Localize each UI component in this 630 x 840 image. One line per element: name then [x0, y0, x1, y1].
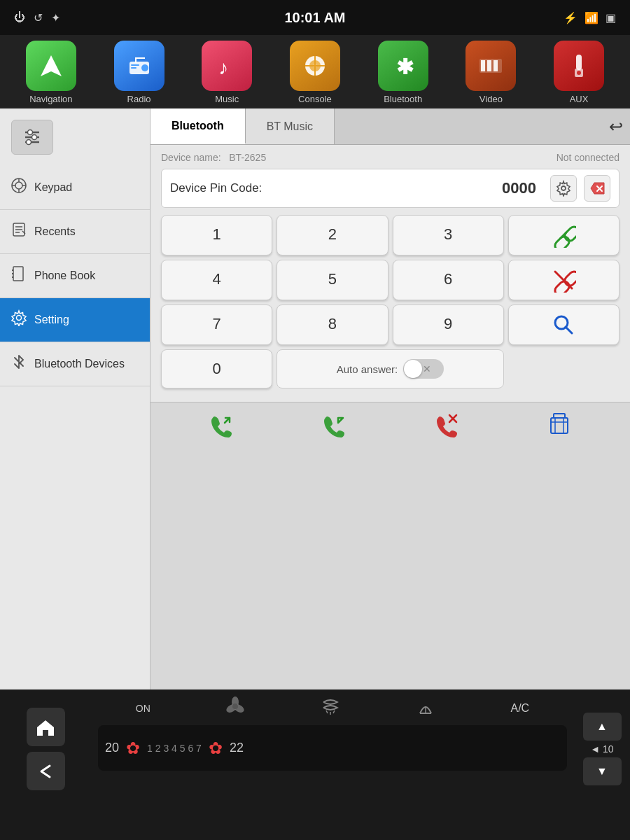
back-button[interactable]: ↩ — [609, 117, 623, 136]
content-area: Bluetooth BT Music ↩ Device name: BT-262… — [150, 108, 630, 690]
bottom-center: ON — [91, 690, 574, 808]
svg-rect-18 — [576, 55, 582, 70]
outgoing-call-button[interactable] — [204, 407, 239, 442]
tabs-bar: Bluetooth BT Music ↩ — [150, 108, 630, 145]
fan-left-icon: ✿ — [126, 738, 140, 758]
svg-point-24 — [28, 130, 33, 135]
empty-content-area — [150, 447, 630, 690]
auto-answer-label: Auto answer: — [337, 363, 398, 375]
volume-label: ◄ 10 — [590, 743, 613, 755]
defroster-icon — [321, 696, 340, 720]
bluetooth-devices-label: Bluetooth Devices — [34, 358, 125, 370]
pin-gear-button[interactable] — [550, 175, 577, 202]
screen-icon: ▣ — [606, 11, 616, 24]
device-name-label: Device name: BT-2625 — [161, 152, 266, 163]
delete-button[interactable] — [542, 407, 577, 442]
key-4[interactable]: 4 — [161, 260, 272, 300]
back-nav-button[interactable] — [27, 752, 65, 790]
app-video[interactable]: Video — [465, 41, 516, 108]
recents-label: Recents — [34, 225, 76, 238]
ac-label: A/C — [510, 702, 529, 715]
key-6[interactable]: 6 — [393, 260, 504, 300]
app-aux[interactable]: AUX — [554, 41, 604, 108]
svg-point-61 — [232, 704, 238, 709]
radio-label: Radio — [127, 94, 151, 104]
bottom-controls-top: ON — [98, 696, 567, 720]
sidebar-item-setting[interactable]: Setting — [0, 298, 150, 342]
auto-answer-row: Auto answer: ✕ — [276, 349, 504, 388]
sidebar-item-bluetooth-devices[interactable]: Bluetooth Devices — [0, 342, 150, 386]
svg-rect-17 — [493, 60, 498, 71]
on-label: ON — [136, 703, 150, 714]
numpad-grid: 1 2 3 4 5 6 — [161, 215, 620, 388]
status-left-icons: ⏻ ↺ ✦ — [14, 11, 60, 24]
empty-cell — [508, 349, 620, 388]
sidebar-item-recents[interactable]: Recents — [0, 210, 150, 254]
key-8[interactable]: 8 — [276, 304, 388, 345]
toggle-knob — [404, 360, 422, 378]
incoming-call-button[interactable] — [316, 407, 351, 442]
key-9[interactable]: 9 — [393, 304, 504, 345]
auto-answer-toggle[interactable]: ✕ — [403, 359, 444, 379]
setting-label: Setting — [34, 314, 69, 326]
radio-icon — [114, 41, 164, 91]
volume-down-button[interactable]: ▼ — [583, 757, 622, 785]
svg-rect-4 — [131, 67, 136, 69]
pin-label: Device Pin Code: — [170, 181, 495, 195]
app-music[interactable]: ♪ Music — [202, 41, 252, 108]
app-bar: Navigation Radio ♪ Music — [0, 35, 630, 108]
status-right-icons: ⚡ 📶 ▣ — [564, 11, 616, 24]
pin-code-row: Device Pin Code: 0000 — [161, 169, 620, 208]
svg-line-48 — [566, 327, 572, 333]
key-0[interactable]: 0 — [161, 349, 272, 388]
equalizer-button[interactable] — [11, 120, 53, 155]
volume-up-button[interactable]: ▲ — [583, 713, 622, 741]
setting-icon — [10, 309, 27, 330]
svg-line-64 — [333, 710, 335, 713]
sidebar-item-phonebook[interactable]: Phone Book — [0, 254, 150, 298]
key-3[interactable]: 3 — [393, 215, 504, 255]
svg-rect-3 — [131, 64, 139, 66]
tab-bt-music[interactable]: BT Music — [246, 108, 335, 144]
call-action-bar — [150, 402, 630, 447]
app-bluetooth[interactable]: ✱ Bluetooth — [378, 41, 428, 108]
reject-call-button[interactable] — [429, 407, 464, 442]
app-radio[interactable]: Radio — [114, 41, 164, 108]
sidebar: Keypad Recents — [0, 108, 150, 690]
toggle-x-icon: ✕ — [423, 363, 431, 374]
bluetooth-devices-icon — [10, 354, 27, 374]
keypad-label: Keypad — [34, 181, 72, 194]
svg-line-62 — [326, 710, 328, 713]
key-1[interactable]: 1 — [161, 215, 272, 255]
app-console[interactable]: Console — [290, 41, 340, 108]
wifi-icon: 📶 — [584, 11, 598, 24]
svg-rect-6 — [135, 57, 145, 59]
music-label: Music — [215, 94, 239, 104]
unlink-button[interactable] — [508, 260, 620, 300]
bottom-bar: ON — [0, 690, 630, 808]
wiper-icon — [416, 696, 435, 720]
auto-answer-control: Auto answer: ✕ — [337, 359, 444, 379]
sidebar-item-keypad[interactable]: Keypad — [0, 166, 150, 210]
navigation-label: Navigation — [29, 94, 72, 104]
keypad-icon — [10, 177, 27, 198]
brightness-icon: ✦ — [51, 11, 60, 24]
bluetooth-app-icon: ✱ — [378, 41, 428, 91]
car-fan-icon — [225, 696, 245, 720]
recents-icon — [10, 221, 27, 242]
app-navigation[interactable]: Navigation — [26, 41, 76, 108]
key-2[interactable]: 2 — [276, 215, 388, 255]
link-button[interactable] — [508, 215, 620, 255]
bottom-display: 20 ✿ 1 2 3 4 5 6 7 ✿ 22 — [98, 725, 567, 771]
device-info-row: Device name: BT-2625 Not connected — [161, 152, 620, 163]
key-5[interactable]: 5 — [276, 260, 388, 300]
status-bar: ⏻ ↺ ✦ 10:01 AM ⚡ 📶 ▣ — [0, 0, 630, 35]
search-button[interactable] — [508, 304, 620, 345]
key-7[interactable]: 7 — [161, 304, 272, 345]
home-button[interactable] — [27, 708, 65, 746]
svg-marker-0 — [41, 55, 62, 76]
pin-delete-button[interactable] — [584, 175, 610, 202]
fan-speeds: 1 2 3 4 5 6 7 — [147, 743, 202, 754]
phonebook-icon — [10, 265, 27, 286]
tab-bluetooth[interactable]: Bluetooth — [150, 108, 246, 144]
